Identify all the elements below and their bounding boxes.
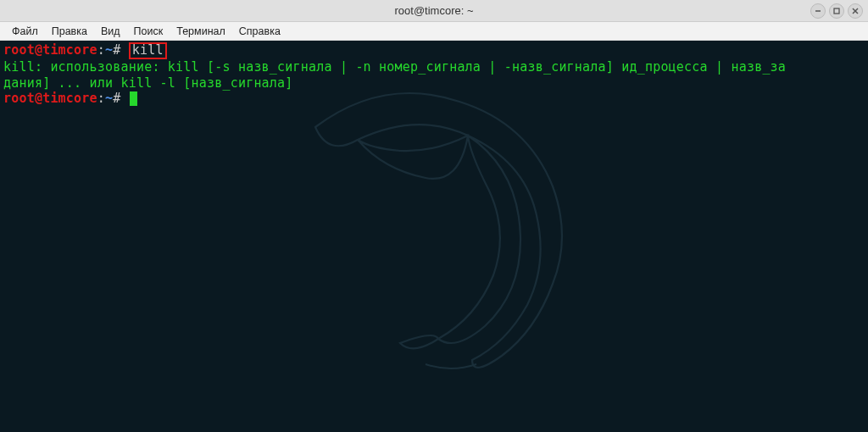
terminal-output-line-2: дания] ... или kill -l [назв_сигнала] xyxy=(3,75,865,91)
maximize-button[interactable] xyxy=(829,3,844,19)
prompt-hash: # xyxy=(113,42,120,58)
prompt-path: ~ xyxy=(105,91,113,106)
window-controls xyxy=(810,3,863,19)
menubar: Файл Правка Вид Поиск Терминал Справка xyxy=(0,22,868,41)
window-titlebar: root@timcore: ~ xyxy=(0,0,868,22)
prompt-colon: : xyxy=(97,91,105,106)
terminal-output-line-1: kill: использование: kill [-s назв_сигна… xyxy=(3,59,865,75)
terminal-content: root@timcore:~# kill kill: использование… xyxy=(3,42,865,107)
menu-search[interactable]: Поиск xyxy=(127,24,170,39)
menu-terminal[interactable]: Терминал xyxy=(170,24,232,39)
menu-file[interactable]: Файл xyxy=(5,24,45,39)
terminal-line-1: root@timcore:~# kill xyxy=(3,42,865,59)
command-text: kill xyxy=(132,42,164,58)
prompt-path: ~ xyxy=(105,42,113,58)
terminal-cursor xyxy=(130,91,137,106)
terminal-area[interactable]: root@timcore:~# kill kill: использование… xyxy=(0,41,868,432)
minimize-button[interactable] xyxy=(810,3,826,19)
prompt-hash: # xyxy=(113,91,120,106)
menu-view[interactable]: Вид xyxy=(94,24,127,39)
menu-help[interactable]: Справка xyxy=(232,24,287,39)
menu-edit[interactable]: Правка xyxy=(45,24,94,39)
kali-dragon-background-icon xyxy=(256,59,612,398)
svg-rect-1 xyxy=(834,8,839,14)
prompt-user: root@timcore xyxy=(3,91,97,106)
highlighted-command-box: kill xyxy=(129,42,167,59)
close-button[interactable] xyxy=(848,3,863,19)
prompt-colon: : xyxy=(97,42,105,58)
window-title: root@timcore: ~ xyxy=(394,4,473,17)
terminal-line-prompt: root@timcore:~# xyxy=(3,91,865,107)
prompt-user: root@timcore xyxy=(3,42,97,58)
